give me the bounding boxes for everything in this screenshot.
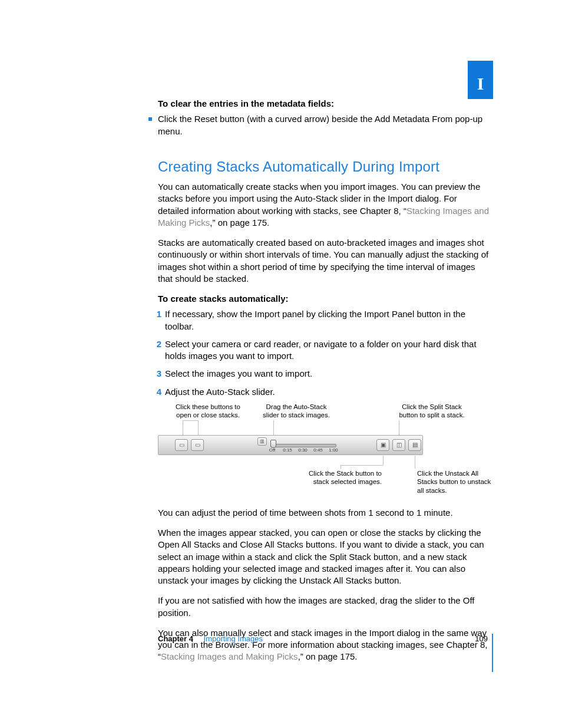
open-all-stacks-button[interactable]: ▭ (175, 439, 188, 451)
callout-unstack: Click the Unstack All Stacks button to u… (417, 469, 494, 495)
callout-drag-slider: Drag the Auto-Stack slider to stack imag… (258, 403, 335, 420)
para-adjust-period: You can adjust the period of time betwee… (158, 507, 489, 519)
section-intro-1: You can automatically create stacks when… (158, 181, 489, 229)
para-not-satisfied: If you are not satisfied with how the im… (158, 595, 489, 619)
step-2: 2Select your camera or card reader, or n… (165, 338, 489, 363)
page-content: To clear the entries in the metadata fie… (158, 98, 489, 671)
split-stack-button[interactable]: ◫ (392, 439, 405, 451)
callout-split: Click the Split Stack button to split a … (394, 403, 470, 420)
step-4: 4Adjust the Auto-Stack slider. (165, 386, 489, 398)
stack-count-icon: ▥ (257, 437, 267, 446)
footer-page-number: 109 (475, 634, 488, 644)
close-all-stacks-button[interactable]: ▭ (191, 439, 204, 451)
step-1: 1If necessary, show the Import panel by … (165, 308, 489, 332)
unstack-all-button[interactable]: ▤ (408, 439, 421, 451)
autostack-diagram: Click these buttons to open or close sta… (158, 403, 488, 494)
step-3: 3Select the images you want to import. (165, 368, 489, 380)
clear-metadata-heading: To clear the entries in the metadata fie… (158, 98, 489, 110)
footer-chapter: Chapter 4 (158, 634, 193, 643)
link-stacking-picks-2[interactable]: Stacking Images and Making Picks (161, 651, 298, 661)
autostack-slider-thumb[interactable] (270, 440, 276, 448)
footer-chapter-title[interactable]: Importing Images (204, 634, 263, 643)
clear-metadata-bullet: Click the Reset button (with a curved ar… (158, 113, 489, 137)
steps-heading: To create stacks automatically: (158, 293, 489, 305)
page-right-rule (492, 634, 493, 672)
section-title: Creating Stacks Automatically During Imp… (158, 157, 489, 176)
callout-open-close: Click these buttons to open or close sta… (170, 403, 246, 420)
section-intro-2: Stacks are automatically created based o… (158, 237, 489, 285)
chapter-tab: I (468, 61, 493, 99)
para-manual-stack: You can also manually select and stack i… (158, 627, 489, 663)
stack-button[interactable]: ▣ (376, 439, 389, 451)
callout-stack: Click the Stack button to stack selected… (299, 469, 382, 486)
page-footer: Chapter 4 Importing Images 109 (158, 634, 489, 644)
para-open-close-split: When the images appear stacked, you can … (158, 527, 489, 587)
autostack-toolbar: ▭ ▭ ▥ Off 0:15 0:30 0:45 1:00 ▣ ◫ ▤ (158, 435, 423, 455)
